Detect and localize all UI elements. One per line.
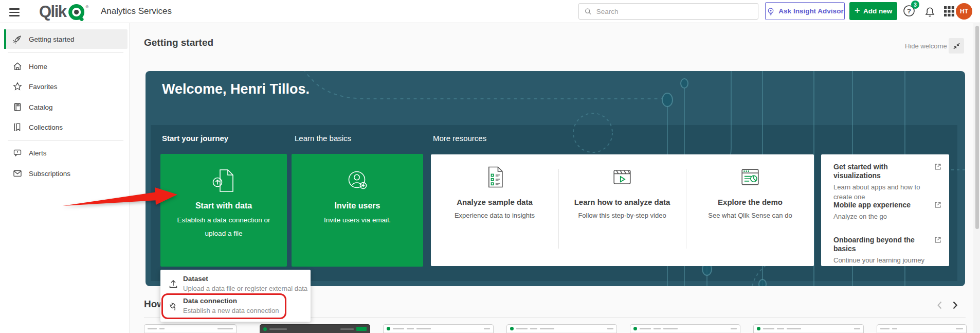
card-description: Establish a data connection or upload a … — [160, 214, 287, 240]
hamburger-menu-icon[interactable] — [8, 6, 21, 16]
section-header-start-journey: Start your journey — [162, 134, 228, 143]
add-new-button[interactable]: + Add new — [849, 2, 897, 20]
bell-icon — [923, 5, 936, 17]
invite-user-icon — [343, 166, 372, 195]
sidebar-item-label: Favorites — [29, 83, 58, 91]
start-with-data-card[interactable]: Start with data Establish a data connect… — [160, 154, 287, 267]
link-onboarding-beyond-basics[interactable]: Onboarding beyond the basics Continue yo… — [821, 236, 949, 265]
card-title: Invite users — [292, 201, 423, 211]
demo-browser-icon — [737, 164, 764, 190]
link-title: Onboarding beyond the basics — [833, 236, 930, 253]
link-description: Continue your learning journey — [833, 255, 930, 265]
resource-description: Experience data to insights — [431, 212, 558, 219]
video-thumbnail[interactable] — [753, 324, 864, 333]
sidebar-item-getting-started[interactable]: Getting started — [4, 29, 128, 49]
insight-advisor-icon — [766, 7, 775, 16]
plus-icon: + — [855, 6, 860, 15]
sidebar-item-label: Home — [29, 63, 47, 71]
invite-users-card[interactable]: Invite users Invite users via email. — [292, 154, 423, 267]
carousel-next-button[interactable] — [949, 299, 961, 311]
card-title: Start with data — [160, 201, 287, 211]
sidebar-item-favorites[interactable]: Favorites — [4, 77, 128, 96]
sample-data-icon — [481, 164, 508, 190]
link-get-started-visualizations[interactable]: Get started with visualizations Learn ab… — [821, 163, 949, 202]
ask-insight-advisor-button[interactable]: Ask Insight Advisor — [765, 2, 845, 20]
more-resources-card: Analyze sample data Experience data to i… — [431, 154, 814, 266]
search-icon — [584, 7, 592, 16]
chevron-left-icon — [934, 299, 946, 311]
app-title: Analytics Services — [101, 6, 172, 16]
resource-analyze-sample-data[interactable]: Analyze sample data Experience data to i… — [431, 154, 558, 266]
video-thumbnail[interactable] — [506, 324, 617, 333]
resource-learn-analyze-video[interactable]: Learn how to analyze data Follow this st… — [558, 154, 686, 266]
notification-badge: 3 — [911, 1, 919, 9]
video-thumbnail[interactable] — [260, 324, 370, 333]
learning-links-panel: Get started with visualizations Learn ab… — [821, 154, 949, 266]
star-icon — [12, 81, 23, 92]
search-box[interactable] — [578, 3, 758, 20]
ask-insight-advisor-label: Ask Insight Advisor — [778, 7, 843, 15]
qlik-q-icon — [68, 3, 87, 22]
svg-text:?: ? — [907, 7, 911, 15]
home-icon — [12, 61, 23, 72]
add-new-label: Add new — [863, 7, 892, 15]
qlik-logo[interactable]: Qlik ® — [39, 2, 90, 22]
menu-item-description: Establish a new data connection — [183, 307, 279, 314]
resource-explore-demo[interactable]: Explore the demo See what Qlik Sense can… — [686, 154, 814, 266]
notifications-bell-button[interactable] — [923, 5, 937, 18]
collapse-icon — [952, 42, 961, 50]
resource-title: Analyze sample data — [431, 198, 558, 206]
external-link-icon — [934, 201, 942, 209]
menu-item-data-connection[interactable]: Data connection Establish a new data con… — [160, 294, 311, 318]
menu-item-title: Dataset — [183, 275, 208, 283]
rocket-icon — [12, 34, 23, 44]
sidebar-item-subscriptions[interactable]: Subscriptions — [4, 164, 128, 183]
user-avatar[interactable]: HT — [956, 3, 972, 20]
welcome-heading: Welcome, Henri Tillos. — [162, 81, 310, 97]
add-data-dropdown-menu: Dataset Upload a data file or register e… — [160, 270, 311, 322]
link-title: Mobile app experience — [833, 201, 930, 209]
sidebar-divider — [8, 140, 123, 141]
menu-item-title: Data connection — [183, 297, 237, 305]
page-scrollbar — [973, 23, 980, 333]
link-title: Get started with visualizations — [833, 163, 930, 180]
welcome-banner: Welcome, Henri Tillos. Start your journe… — [146, 71, 965, 286]
alert-bubble-icon — [12, 148, 23, 158]
sidebar-item-label: Alerts — [29, 149, 47, 157]
video-thumbnail[interactable] — [144, 324, 237, 333]
resource-description: See what Qlik Sense can do — [686, 212, 814, 219]
section-header-learn-basics: Learn the basics — [295, 134, 351, 143]
sidebar-item-label: Getting started — [29, 36, 75, 43]
catalog-icon — [12, 102, 23, 112]
external-link-icon — [934, 163, 942, 171]
sidebar-item-alerts[interactable]: Alerts — [4, 143, 128, 163]
external-link-icon — [934, 236, 942, 244]
video-thumbnail[interactable] — [630, 324, 740, 333]
section-header-more-resources: More resources — [433, 134, 486, 143]
sidebar-item-home[interactable]: Home — [4, 57, 128, 76]
resource-description: Follow this step-by-step video — [558, 212, 686, 219]
sidebar-item-collections[interactable]: Collections — [4, 117, 128, 137]
menu-item-description: Upload a data file or register external … — [183, 285, 307, 292]
plug-icon — [168, 301, 179, 312]
sidebar: Getting started Home Favorites Catalog C… — [0, 23, 130, 333]
video-thumbnail[interactable] — [877, 324, 967, 333]
link-mobile-app-experience[interactable]: Mobile app experience Analyze on the go — [821, 201, 949, 221]
collapse-welcome-button[interactable] — [949, 38, 964, 54]
video-thumbnail[interactable] — [383, 324, 494, 333]
upload-file-icon — [209, 166, 238, 195]
sidebar-item-catalog[interactable]: Catalog — [4, 97, 128, 117]
carousel-prev-button[interactable] — [934, 299, 946, 311]
scrollbar-thumb[interactable] — [975, 26, 979, 229]
qlik-wordmark: Qlik — [39, 3, 66, 21]
app-launcher-grid-icon[interactable] — [943, 5, 955, 17]
hide-welcome-link[interactable]: Hide welcome — [905, 42, 947, 50]
menu-item-dataset[interactable]: Dataset Upload a data file or register e… — [160, 272, 311, 296]
sidebar-item-label: Collections — [29, 124, 63, 131]
page-title: Getting started — [144, 37, 213, 48]
resource-title: Explore the demo — [686, 198, 814, 206]
link-description: Analyze on the go — [833, 212, 930, 221]
search-input[interactable] — [596, 8, 753, 15]
sidebar-divider — [8, 52, 123, 53]
chevron-right-icon — [949, 299, 961, 311]
